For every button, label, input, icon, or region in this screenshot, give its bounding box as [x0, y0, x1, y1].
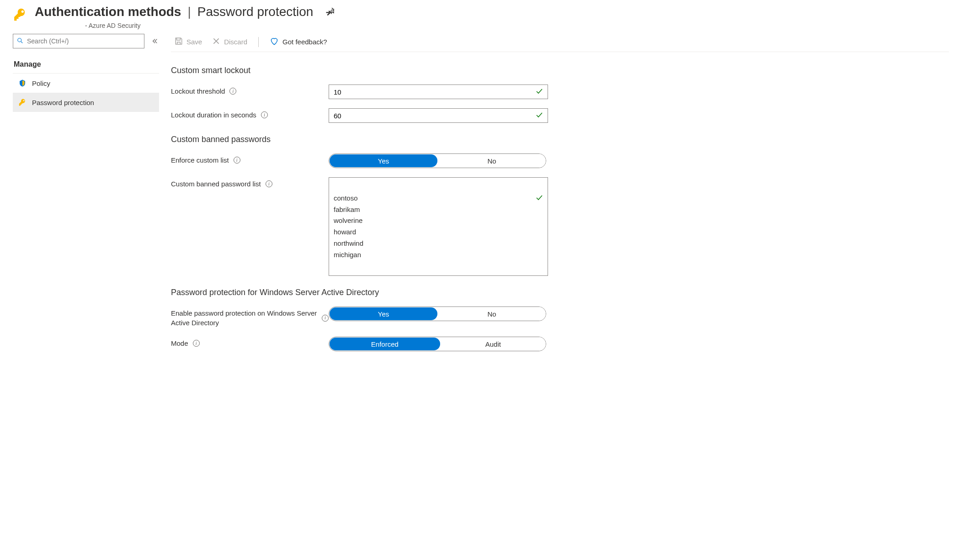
- search-input-wrapper[interactable]: [13, 34, 144, 48]
- sidebar-item-label: Policy: [32, 79, 50, 87]
- banned-list-textarea[interactable]: contoso fabrikam wolverine howard northw…: [329, 177, 548, 276]
- lockout-threshold-input-wrapper[interactable]: [329, 85, 548, 99]
- sidebar-section-manage: Manage: [13, 58, 159, 74]
- sidebar-item-policy[interactable]: Policy: [13, 74, 159, 93]
- page-title-separator: |: [187, 5, 191, 19]
- toggle-option-enforced[interactable]: Enforced: [330, 338, 440, 350]
- section-windows-server: Password protection for Windows Server A…: [171, 288, 651, 297]
- toggle-option-yes[interactable]: Yes: [330, 154, 437, 167]
- page-subtitle: - Azure AD Security: [35, 22, 335, 29]
- search-icon: [17, 37, 23, 45]
- svg-line-1: [21, 41, 23, 43]
- info-icon[interactable]: i: [193, 340, 200, 347]
- info-icon[interactable]: i: [261, 111, 268, 118]
- pin-icon[interactable]: [326, 5, 335, 19]
- lockout-duration-input-wrapper[interactable]: [329, 108, 548, 123]
- page-header: Authentication methods | Password protec…: [13, 5, 949, 29]
- check-icon: [536, 88, 543, 96]
- save-button[interactable]: Save: [171, 35, 206, 49]
- close-icon: [212, 37, 220, 47]
- key-icon: [13, 7, 27, 22]
- save-label: Save: [186, 38, 202, 46]
- sidebar-item-label: Password protection: [32, 99, 94, 106]
- collapse-sidebar-button[interactable]: [151, 37, 159, 45]
- toggle-option-no[interactable]: No: [438, 154, 546, 168]
- banned-list-label: Custom banned password list i: [171, 177, 329, 189]
- lockout-threshold-label: Lockout threshold i: [171, 85, 329, 96]
- info-icon[interactable]: i: [234, 157, 240, 164]
- enable-ws-label: Enable password protection on Windows Se…: [171, 306, 329, 328]
- section-banned-passwords: Custom banned passwords: [171, 135, 651, 144]
- save-icon: [175, 37, 183, 47]
- search-input[interactable]: [27, 37, 140, 45]
- toggle-option-audit[interactable]: Audit: [441, 337, 546, 351]
- sidebar: Manage Policy Password protection: [13, 34, 159, 351]
- page-title: Authentication methods | Password protec…: [35, 5, 335, 19]
- svg-point-0: [18, 38, 21, 42]
- banned-list-content: contoso fabrikam wolverine howard northw…: [334, 194, 363, 259]
- enforce-custom-list-label: Enforce custom list i: [171, 153, 329, 165]
- sidebar-item-password-protection[interactable]: Password protection: [13, 93, 159, 112]
- toolbar: Save Discard Got feedback?: [171, 34, 949, 52]
- discard-button[interactable]: Discard: [208, 35, 251, 49]
- toolbar-separator: [258, 37, 259, 47]
- feedback-label: Got feedback?: [282, 38, 327, 46]
- key-icon: [18, 98, 27, 106]
- mode-toggle[interactable]: Enforced Audit: [329, 337, 546, 351]
- lockout-duration-input[interactable]: [334, 112, 543, 120]
- policy-icon: [18, 79, 27, 87]
- main-content: Save Discard Got feedback? Custo: [171, 34, 949, 351]
- discard-label: Discard: [224, 38, 247, 46]
- section-smart-lockout: Custom smart lockout: [171, 66, 651, 75]
- page-title-primary: Authentication methods: [35, 5, 181, 19]
- toggle-option-no[interactable]: No: [438, 307, 546, 321]
- info-icon[interactable]: i: [229, 88, 236, 95]
- heart-icon: [270, 37, 279, 47]
- check-icon: [536, 111, 543, 120]
- feedback-button[interactable]: Got feedback?: [266, 35, 331, 49]
- check-icon: [536, 182, 543, 205]
- info-icon[interactable]: i: [322, 315, 329, 322]
- info-icon[interactable]: i: [266, 180, 272, 187]
- lockout-threshold-input[interactable]: [334, 88, 543, 96]
- page-title-secondary: Password protection: [197, 5, 314, 19]
- enable-ws-toggle[interactable]: Yes No: [329, 306, 546, 321]
- enforce-custom-list-toggle[interactable]: Yes No: [329, 153, 546, 168]
- mode-label: Mode i: [171, 337, 329, 348]
- toggle-option-yes[interactable]: Yes: [330, 307, 437, 320]
- lockout-duration-label: Lockout duration in seconds i: [171, 108, 329, 120]
